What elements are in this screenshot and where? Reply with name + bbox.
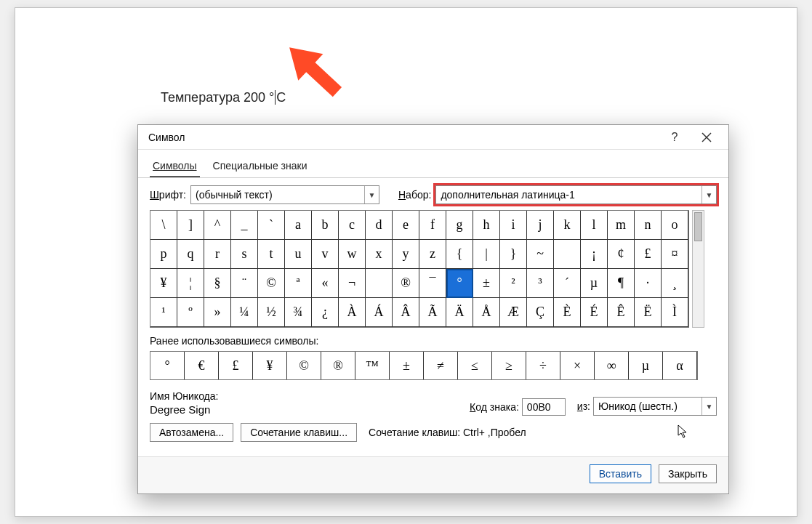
recent-symbol-cell[interactable]: ≠: [424, 352, 458, 379]
autocorrect-button[interactable]: Автозамена...: [150, 423, 233, 442]
symbol-cell[interactable]: «: [312, 269, 339, 298]
symbol-cell[interactable]: À: [339, 298, 366, 327]
tab-special-chars[interactable]: Специальные знаки: [210, 156, 310, 177]
recent-symbol-cell[interactable]: ≤: [458, 352, 492, 379]
symbol-cell[interactable]: l: [581, 211, 608, 240]
symbol-cell[interactable]: Â: [393, 298, 419, 327]
symbol-cell[interactable]: Ä: [446, 298, 473, 327]
recent-symbol-cell[interactable]: α: [663, 352, 697, 379]
symbol-cell[interactable]: ~: [527, 240, 554, 269]
symbol-cell[interactable]: i: [500, 211, 527, 240]
recent-symbol-cell[interactable]: ©: [287, 352, 321, 379]
symbol-cell[interactable]: y: [393, 240, 419, 269]
char-code-input[interactable]: [522, 398, 566, 416]
symbol-cell[interactable]: g: [446, 211, 473, 240]
shortcut-key-button[interactable]: Сочетание клавиш...: [241, 423, 357, 442]
symbol-cell[interactable]: Ã: [419, 298, 446, 327]
symbol-cell[interactable]: o: [662, 211, 688, 240]
symbol-cell[interactable]: r: [204, 240, 231, 269]
recent-symbol-cell[interactable]: ±: [390, 352, 424, 379]
recent-symbol-cell[interactable]: ∞: [595, 352, 629, 379]
recent-symbol-cell[interactable]: µ: [629, 352, 663, 379]
symbol-cell[interactable]: ´: [554, 269, 581, 298]
symbol-cell[interactable]: }: [500, 240, 527, 269]
symbol-cell[interactable]: Ç: [527, 298, 554, 327]
tab-symbols[interactable]: Символы: [150, 156, 200, 177]
symbol-cell[interactable]: h: [473, 211, 500, 240]
scrollbar-thumb[interactable]: [694, 212, 702, 241]
font-combo[interactable]: (обычный текст) ▼: [190, 185, 379, 204]
symbol-cell[interactable]: j: [527, 211, 554, 240]
scrollbar[interactable]: [692, 210, 704, 328]
symbol-cell[interactable]: q: [177, 240, 204, 269]
symbol-cell[interactable]: Ë: [635, 298, 662, 327]
symbol-cell[interactable]: m: [608, 211, 635, 240]
symbol-cell[interactable]: °: [446, 269, 473, 298]
recent-symbol-cell[interactable]: £: [219, 352, 253, 379]
symbol-cell[interactable]: f: [419, 211, 446, 240]
symbol-cell[interactable]: ¤: [662, 240, 688, 269]
symbol-cell[interactable]: ¬: [339, 269, 366, 298]
symbol-cell[interactable]: p: [150, 240, 177, 269]
symbol-cell[interactable]: s: [231, 240, 258, 269]
symbol-cell[interactable]: ¼: [231, 298, 258, 327]
symbol-cell[interactable]: `: [258, 211, 285, 240]
symbol-cell[interactable]: |: [473, 240, 500, 269]
symbol-cell[interactable]: ¢: [608, 240, 635, 269]
symbol-cell[interactable]: Å: [473, 298, 500, 327]
symbol-cell[interactable]: _: [231, 211, 258, 240]
recent-symbol-cell[interactable]: €: [185, 352, 219, 379]
symbol-cell[interactable]: e: [393, 211, 419, 240]
symbol-cell[interactable]: d: [366, 211, 393, 240]
symbol-grid[interactable]: \]^_`abcdefghijklmnopqrstuvwxyz{|}~¡¢£¤¥…: [150, 210, 689, 328]
symbol-cell[interactable]: [554, 240, 581, 269]
symbol-cell[interactable]: £: [635, 240, 662, 269]
symbol-cell[interactable]: ¦: [177, 269, 204, 298]
symbol-cell[interactable]: b: [312, 211, 339, 240]
recent-symbol-cell[interactable]: ×: [560, 352, 595, 379]
insert-button[interactable]: Вставить: [590, 464, 651, 483]
symbol-cell[interactable]: Ì: [662, 298, 688, 327]
symbol-cell[interactable]: k: [554, 211, 581, 240]
symbol-cell[interactable]: ©: [258, 269, 285, 298]
symbol-cell[interactable]: »: [204, 298, 231, 327]
symbol-cell[interactable]: ¨: [231, 269, 258, 298]
symbol-cell[interactable]: x: [366, 240, 393, 269]
symbol-cell[interactable]: µ: [581, 269, 608, 298]
symbol-cell[interactable]: a: [285, 211, 312, 240]
symbol-cell[interactable]: ½: [258, 298, 285, 327]
subset-combo[interactable]: дополнительная латиница-1 ▼: [435, 185, 717, 204]
recent-symbol-cell[interactable]: ™: [355, 352, 390, 379]
symbol-cell[interactable]: z: [419, 240, 446, 269]
symbol-cell[interactable]: ^: [204, 211, 231, 240]
symbol-cell[interactable]: ³: [527, 269, 554, 298]
recent-symbols-grid[interactable]: °€£¥©®™±≠≤≥÷×∞µα: [150, 351, 698, 380]
symbol-cell[interactable]: ª: [285, 269, 312, 298]
symbol-cell[interactable]: ®: [393, 269, 419, 298]
recent-symbol-cell[interactable]: ®: [321, 352, 355, 379]
symbol-cell[interactable]: t: [258, 240, 285, 269]
symbol-cell[interactable]: ¶: [608, 269, 635, 298]
symbol-cell[interactable]: ¿: [312, 298, 339, 327]
symbol-cell[interactable]: Æ: [500, 298, 527, 327]
help-button[interactable]: ?: [659, 126, 691, 148]
symbol-cell[interactable]: n: [635, 211, 662, 240]
symbol-cell[interactable]: ±: [473, 269, 500, 298]
symbol-cell[interactable]: ¸: [662, 269, 688, 298]
symbol-cell[interactable]: §: [204, 269, 231, 298]
symbol-cell[interactable]: c: [339, 211, 366, 240]
symbol-cell[interactable]: ¯: [419, 269, 446, 298]
symbol-cell[interactable]: ²: [500, 269, 527, 298]
symbol-cell[interactable]: ¾: [285, 298, 312, 327]
symbol-cell[interactable]: È: [554, 298, 581, 327]
symbol-cell[interactable]: º: [177, 298, 204, 327]
symbol-cell[interactable]: ¡: [581, 240, 608, 269]
symbol-cell[interactable]: v: [312, 240, 339, 269]
symbol-cell[interactable]: ·: [635, 269, 662, 298]
symbol-cell[interactable]: u: [285, 240, 312, 269]
recent-symbol-cell[interactable]: °: [150, 352, 185, 379]
symbol-cell[interactable]: \: [150, 211, 177, 240]
symbol-cell[interactable]: Á: [366, 298, 393, 327]
symbol-cell[interactable]: w: [339, 240, 366, 269]
recent-symbol-cell[interactable]: ≥: [492, 352, 526, 379]
